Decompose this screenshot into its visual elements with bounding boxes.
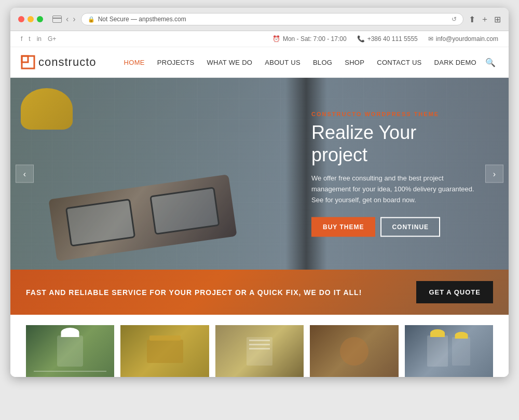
nav-what-we-do[interactable]: WHAT WE DO [201,48,259,77]
address-bar[interactable]: 🔒 Not Secure — anpsthemes.com ↺ [81,13,463,25]
twitter-icon[interactable]: t [29,35,30,43]
tabs-button[interactable]: ⊞ [494,15,501,24]
nav-home[interactable]: HOME [118,48,151,77]
top-bar-info: ⏰ Mon - Sat: 7:00 - 17:00 📞 +386 40 111 … [272,35,498,43]
phone-text: +386 40 111 5555 [367,35,418,43]
thumbnail-1[interactable] [26,325,114,377]
logo-text: constructo [38,55,97,69]
hero-description: We offer free consulting and the best pr… [311,173,477,205]
logo[interactable]: constructo [21,47,97,77]
googleplus-icon[interactable]: G+ [48,35,56,43]
hero-subtitle: CONSTRUCTO WORDPRESS THEME [311,111,477,117]
email-icon: ✉ [428,35,433,43]
nav-blog[interactable]: BLOG [307,48,338,77]
nav-about-us[interactable]: ABOUT US [258,48,307,77]
hero-buttons: BUY THEME CONTINUE [311,217,477,236]
linkedin-icon[interactable]: in [37,35,42,43]
minimize-dot[interactable] [28,16,34,22]
slider-prev-button[interactable]: ‹ [16,165,34,183]
social-links: f t in G+ [21,35,56,43]
nav-links: HOME PROJECTS WHAT WE DO ABOUT US BLOG S… [118,48,498,77]
logo-icon [21,55,35,69]
thumbnail-4[interactable] [310,325,398,377]
email-text: info@yourdomain.com [436,35,498,43]
reload-icon[interactable]: ↺ [452,16,457,23]
phone-item: 📞 +386 40 111 5555 [357,35,418,43]
close-dot[interactable] [18,16,24,22]
facebook-icon[interactable]: f [21,35,22,43]
share-button[interactable]: ⬆ [469,15,475,24]
thumbnail-5[interactable] [405,325,493,377]
clock-icon: ⏰ [272,35,280,43]
continue-button[interactable]: CONTINUE [380,217,440,236]
hero-content: CONSTRUCTO WORDPRESS THEME Realize Your … [311,111,477,237]
hours-text: Mon - Sat: 7:00 - 17:00 [283,35,347,43]
url-text: Not Secure — anpsthemes.com [98,16,186,23]
lock-icon: 🔒 [88,16,95,23]
back-button[interactable]: ‹ [66,15,69,24]
cta-text: FAST AND RELIABLE SERVICE FOR YOUR PROJE… [26,288,362,297]
thumbnail-2[interactable] [120,325,209,377]
hours-item: ⏰ Mon - Sat: 7:00 - 17:00 [272,35,347,43]
get-quote-button[interactable]: GET A QUOTE [416,281,493,303]
website-content: f t in G+ ⏰ Mon - Sat: 7:00 - 17:00 📞 +3… [10,31,509,377]
new-tab-button[interactable]: ＋ [481,14,489,25]
main-nav: constructo HOME PROJECTS WHAT WE DO ABOU… [10,47,509,78]
browser-titlebar: ‹ › 🔒 Not Secure — anpsthemes.com ↺ ⬆ ＋ … [10,8,509,31]
hero-title: Realize Your project [311,121,477,166]
nav-projects[interactable]: PROJECTS [151,48,201,77]
hero-slider: ‹ › CONSTRUCTO WORDPRESS THEME Realize Y… [10,78,509,270]
top-bar: f t in G+ ⏰ Mon - Sat: 7:00 - 17:00 📞 +3… [10,31,509,47]
nav-dark-demo[interactable]: DARK DEMO [428,48,483,77]
phone-icon: 📞 [357,35,365,43]
window-icon [52,16,62,23]
browser-action-buttons: ⬆ ＋ ⊞ [469,14,501,25]
hard-hat-decoration [21,88,73,130]
nav-shop[interactable]: SHOP [338,48,371,77]
search-button[interactable]: 🔍 [483,58,498,67]
forward-button[interactable]: › [73,15,75,24]
cta-banner: FAST AND RELIABLE SERVICE FOR YOUR PROJE… [10,270,509,315]
nav-contact[interactable]: CONTACT US [371,48,428,77]
thumbnail-3[interactable] [215,325,304,377]
browser-dots [18,16,43,22]
buy-theme-button[interactable]: BUY THEME [311,217,375,236]
email-item: ✉ info@yourdomain.com [428,35,498,43]
thumbnails-row [10,315,509,377]
maximize-dot[interactable] [37,16,43,22]
browser-nav-controls: ‹ › [52,15,76,24]
svg-rect-1 [22,56,28,62]
slider-next-button[interactable]: › [485,165,503,183]
